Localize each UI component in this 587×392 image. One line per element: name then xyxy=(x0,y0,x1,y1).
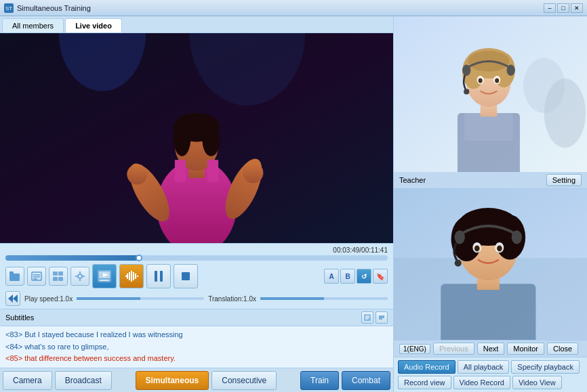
svg-rect-24 xyxy=(58,271,63,276)
record-view-button[interactable]: Record view xyxy=(398,376,451,389)
waveform-icon xyxy=(124,269,139,283)
previous-button[interactable]: Previous xyxy=(433,343,474,355)
svg-point-84 xyxy=(497,245,502,251)
svg-rect-17 xyxy=(9,274,20,281)
tab-all-members[interactable]: All members xyxy=(2,18,64,32)
svg-point-72 xyxy=(507,65,515,76)
svg-rect-25 xyxy=(53,277,58,281)
svg-rect-23 xyxy=(53,271,58,276)
close-button[interactable]: ✕ xyxy=(571,3,583,13)
pause-btn[interactable] xyxy=(146,264,171,288)
svg-rect-26 xyxy=(58,277,63,281)
subtitle-list-icon xyxy=(364,314,371,321)
btn-a[interactable]: A xyxy=(324,269,339,284)
svg-rect-45 xyxy=(182,272,190,280)
svg-point-70 xyxy=(464,89,469,94)
svg-rect-75 xyxy=(441,284,535,340)
student-video xyxy=(394,189,587,340)
play-speed-slider[interactable] xyxy=(77,297,204,300)
student-video-content xyxy=(394,189,587,340)
title-bar: ST Simultaneous Training – □ ✕ xyxy=(0,0,587,16)
teacher-label-bar: Teacher Setting xyxy=(394,172,587,189)
subtitles-content: <83> But I stayed because I realized I w… xyxy=(0,326,393,368)
teacher-label: Teacher xyxy=(399,176,426,184)
tab-live-video[interactable]: Live video xyxy=(65,18,122,32)
simultaneous-button[interactable]: Simultaneous xyxy=(136,371,209,390)
subtitle-icon-1[interactable] xyxy=(361,311,373,324)
svg-rect-18 xyxy=(9,271,14,274)
consecutive-button[interactable]: Consecutive xyxy=(211,371,277,390)
time-display: 00:03:49/00:11:41 xyxy=(5,246,388,254)
setting-button[interactable]: Setting xyxy=(546,174,582,186)
restore-button[interactable]: □ xyxy=(557,3,569,13)
bottom-bar: Camera Broadcast Simultaneous Consecutiv… xyxy=(0,368,393,392)
window-title: Simultaneous Training xyxy=(17,4,540,12)
controls-bar: 00:03:49/00:11:41 xyxy=(0,243,393,309)
translation-label: Translation:1.0x xyxy=(208,295,256,303)
svg-point-85 xyxy=(455,259,462,266)
subtitle-line-83: <83> But I stayed because I realized I w… xyxy=(5,329,388,341)
next-button[interactable]: Next xyxy=(477,343,505,355)
progress-thumb xyxy=(136,255,142,261)
subtitle-controls xyxy=(361,311,388,324)
svg-rect-44 xyxy=(160,271,163,282)
broadcast-button[interactable]: Broadcast xyxy=(55,371,112,390)
btn-bookmark[interactable]: 🔖 xyxy=(373,269,388,284)
gear-icon xyxy=(75,271,85,282)
svg-point-71 xyxy=(462,65,470,76)
btn-b[interactable]: B xyxy=(340,269,355,284)
svg-point-68 xyxy=(479,78,483,83)
teacher-video xyxy=(394,16,587,172)
student-label-bar: 1(ENG) Previous Next Monitor Close xyxy=(394,340,587,357)
list-icon xyxy=(53,271,64,281)
svg-marker-47 xyxy=(8,295,13,303)
teacher-video-content xyxy=(394,16,587,172)
subtitle-align-icon xyxy=(378,314,385,321)
stop-icon xyxy=(180,271,191,282)
progress-bar[interactable] xyxy=(5,255,388,261)
close-button[interactable]: Close xyxy=(547,343,578,355)
subtitle-btn[interactable] xyxy=(27,267,46,286)
progress-fill xyxy=(5,255,139,261)
rewind-btn[interactable] xyxy=(5,291,20,306)
monitor-button[interactable]: Monitor xyxy=(507,343,544,355)
folder-btn[interactable] xyxy=(5,267,24,286)
svg-point-14 xyxy=(243,162,263,183)
subtitles-header: Subtitles xyxy=(0,309,393,326)
svg-point-57 xyxy=(544,79,586,148)
playback-controls: A B ↺ 🔖 xyxy=(5,264,388,288)
eng-badge: 1(ENG) xyxy=(399,344,430,354)
waveform-btn[interactable] xyxy=(119,264,144,288)
audio-record-button[interactable]: Audio Record xyxy=(398,360,456,374)
left-panel: All members Live video xyxy=(0,16,394,392)
specify-playback-button[interactable]: Specify playback xyxy=(511,360,580,374)
svg-rect-43 xyxy=(155,271,157,282)
svg-point-86 xyxy=(455,230,465,244)
list-btn[interactable] xyxy=(49,267,68,286)
video-clip-btn[interactable] xyxy=(92,264,117,288)
train-button[interactable]: Train xyxy=(300,371,339,390)
subtitles-panel: Subtitles xyxy=(0,309,393,368)
combat-button[interactable]: Combat xyxy=(342,371,390,390)
settings-btn[interactable] xyxy=(70,267,89,286)
all-playback-button[interactable]: All playback xyxy=(458,360,510,374)
stop-btn[interactable] xyxy=(174,264,198,288)
video-record-button[interactable]: Video Record xyxy=(453,376,510,389)
svg-marker-46 xyxy=(13,295,18,303)
svg-point-27 xyxy=(78,274,82,278)
app-icon: ST xyxy=(4,3,14,13)
video-placeholder xyxy=(0,33,393,243)
translation-slider[interactable] xyxy=(260,297,388,300)
subtitle-line-84: <84> what's so rare to glimpse, xyxy=(5,341,388,353)
svg-point-83 xyxy=(474,245,480,251)
subtitle-icon-2[interactable] xyxy=(376,311,388,324)
subtitle-line-85: <85> that difference between success and… xyxy=(5,353,388,365)
svg-point-13 xyxy=(127,165,147,185)
pause-icon xyxy=(153,270,164,282)
camera-button[interactable]: Camera xyxy=(3,371,52,390)
video-view-button[interactable]: Video View xyxy=(512,376,562,389)
play-speed-label: Play speed:1.0x xyxy=(24,295,73,303)
minimize-button[interactable]: – xyxy=(544,3,556,13)
main-video xyxy=(0,33,393,243)
btn-loop[interactable]: ↺ xyxy=(357,269,371,284)
